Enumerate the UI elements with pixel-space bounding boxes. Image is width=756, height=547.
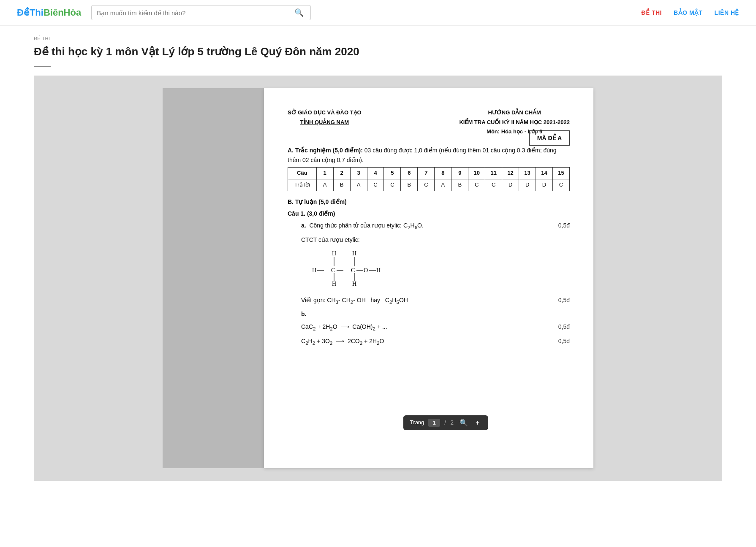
sub-item-viet-gon: Viết gọn: CH3- CH2- OH hay C2H5OH 0,5đ [301, 295, 570, 306]
ans-1: A [316, 179, 333, 191]
ans-9: B [451, 179, 468, 191]
svg-text:H: H [332, 250, 336, 257]
toolbar-plus-button[interactable]: + [474, 419, 481, 427]
col-4: 4 [367, 167, 384, 179]
ans-11: C [485, 179, 502, 191]
ans-8: A [435, 179, 451, 191]
table-header-row: Câu 1 2 3 4 5 6 7 8 9 10 [288, 167, 570, 179]
toolbar-page-input[interactable] [428, 419, 440, 427]
ans-5: C [384, 179, 401, 191]
nav-baomat[interactable]: BẢO MẬT [674, 9, 703, 16]
col-9: 9 [451, 167, 468, 179]
viet-gon-score: 0,5đ [558, 295, 570, 305]
col-14: 14 [536, 167, 553, 179]
logo-part-bien: Biên [44, 7, 64, 18]
section-b-label: B. Tự luận (5,0 điểm) [288, 197, 570, 206]
doc-page: SỞ GIÁO DỤC VÀ ĐÀO TẠO TỈNH QUẢNG NAM HƯ… [264, 88, 593, 468]
doc-huong-dan: HƯỚNG DẪN CHẤM [459, 108, 570, 117]
toolbar-page-label: Trang [410, 418, 424, 427]
section-b: B. Tự luận (5,0 điểm) Câu 1. (3,0 điểm) … [288, 197, 570, 347]
answer-table: Câu 1 2 3 4 5 6 7 8 9 10 [288, 167, 570, 191]
doc-header-left: SỞ GIÁO DỤC VÀ ĐÀO TẠO TỈNH QUẢNG NAM [288, 108, 362, 137]
ctct-label: CTCT của rượu etylic: [301, 235, 570, 244]
site-header: ĐềThiBiênHòa 🔍 ĐỀ THI BẢO MẬT LIÊN HỆ [0, 0, 756, 26]
ans-2: B [333, 179, 350, 191]
cau1-label: Câu 1. (3,0 điểm) [288, 209, 570, 218]
ans-4: C [367, 179, 384, 191]
reaction2-text: C2H2 + 3O2 ⟶ 2CO2 + 2H2O [301, 338, 384, 344]
search-bar[interactable]: 🔍 [91, 5, 311, 20]
sub-item-b-label: b. [301, 309, 570, 319]
sub-a-score: 0,5đ [558, 221, 570, 230]
ans-3: A [350, 179, 367, 191]
doc-header: SỞ GIÁO DỤC VÀ ĐÀO TẠO TỈNH QUẢNG NAM HƯ… [288, 108, 570, 137]
section-a-title: A. Trắc nghiệm (5,0 điểm): [288, 147, 363, 154]
doc-viewer-inner: SỞ GIÁO DỤC VÀ ĐÀO TẠO TỈNH QUẢNG NAM HƯ… [42, 88, 714, 468]
doc-viewer: SỞ GIÁO DỤC VÀ ĐÀO TẠO TỈNH QUẢNG NAM HƯ… [34, 76, 722, 481]
sub-b-label: b. [301, 311, 306, 317]
page-title: Đề thi học kỳ 1 môn Vật Lý lớp 5 trường … [34, 45, 722, 59]
svg-text:H: H [312, 267, 316, 274]
ans-10: C [468, 179, 485, 191]
svg-text:C: C [351, 267, 355, 274]
logo-part-thi: Thi [30, 7, 44, 18]
site-logo: ĐềThiBiênHòa [17, 7, 81, 18]
col-15: 15 [553, 167, 570, 179]
ans-7: C [418, 179, 435, 191]
logo-part-hoa: Hòa [64, 7, 82, 18]
search-input[interactable] [97, 9, 293, 16]
reaction1-score: 0,5đ [558, 322, 570, 331]
col-1: 1 [316, 167, 333, 179]
ans-6: B [401, 179, 418, 191]
col-12: 12 [502, 167, 519, 179]
molecule-diagram: H H H C C O [308, 249, 570, 290]
col-3: 3 [350, 167, 367, 179]
ans-13: D [519, 179, 536, 191]
svg-text:O: O [364, 267, 368, 274]
doc-ky-ii: KIỂM TRA CUỐI KỲ II NĂM HỌC 2021-2022 [459, 118, 570, 127]
svg-text:H: H [352, 250, 356, 257]
page-toolbar: Trang / 2 🔍 + [403, 415, 488, 430]
svg-text:H: H [376, 267, 381, 274]
section-a-label: A. Trắc nghiệm (5,0 điểm): 03 câu đúng đ… [288, 146, 570, 165]
search-button[interactable]: 🔍 [293, 8, 305, 17]
ctct-text: CTCT của rượu etylic: [301, 236, 360, 243]
svg-text:C: C [331, 267, 335, 274]
doc-tỉnh: TỈNH QUẢNG NAM [288, 118, 362, 127]
sub-item-a: a. Công thức phân tử của rượu etylic: C2… [301, 221, 570, 231]
reaction2-row: C2H2 + 3O2 ⟶ 2CO2 + 2H2O 0,5đ [301, 336, 570, 347]
nav-lienhe[interactable]: LIÊN HỆ [715, 9, 739, 16]
ma-de-box: MÃ ĐỀ A [529, 130, 570, 146]
col-8: 8 [435, 167, 451, 179]
reaction1-text: CaC2 + 2H2O ⟶ Ca(OH)2 + ... [301, 323, 387, 330]
col-2: 2 [333, 167, 350, 179]
toolbar-separator: / [444, 418, 446, 427]
toolbar-zoom-button[interactable]: 🔍 [458, 419, 470, 427]
ans-12: D [502, 179, 519, 191]
col-10: 10 [468, 167, 485, 179]
table-answer-row: Trả lời A B A C C B C A B C [288, 179, 570, 191]
doc-sở: SỞ GIÁO DỤC VÀ ĐÀO TẠO [288, 108, 362, 117]
ans-14: D [536, 179, 553, 191]
col-5: 5 [384, 167, 401, 179]
section-a: A. Trắc nghiệm (5,0 điểm): 03 câu đúng đ… [288, 146, 570, 191]
col-6: 6 [401, 167, 418, 179]
page-content: ĐỀ THI Đề thi học kỳ 1 môn Vật Lý lớp 5 … [0, 26, 756, 491]
reaction1-row: CaC2 + 2H2O ⟶ Ca(OH)2 + ... 0,5đ [301, 322, 570, 333]
main-nav: ĐỀ THI BẢO MẬT LIÊN HỆ [641, 9, 739, 16]
svg-text:H: H [352, 281, 356, 287]
viet-gon-text: Viết gọn: CH3- CH2- OH hay C2H5OH [301, 297, 408, 303]
title-underline [34, 66, 51, 67]
gray-panel [163, 88, 264, 468]
reaction2-score: 0,5đ [558, 336, 570, 346]
breadcrumb: ĐỀ THI [34, 36, 722, 41]
col-13: 13 [519, 167, 536, 179]
toolbar-total: 2 [450, 418, 454, 427]
svg-text:H: H [332, 281, 336, 287]
col-cau: Câu [288, 167, 317, 179]
cell-tra-loi: Trả lời [288, 179, 317, 191]
col-7: 7 [418, 167, 435, 179]
ans-15: C [553, 179, 570, 191]
logo-part-de: Đề [17, 7, 30, 18]
nav-dethi[interactable]: ĐỀ THI [641, 9, 662, 16]
